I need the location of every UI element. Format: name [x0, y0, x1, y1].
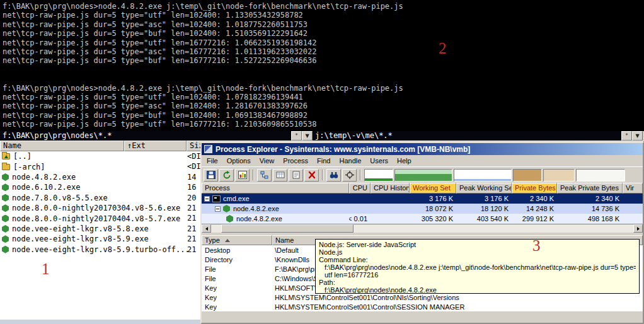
node-exe-icon	[2, 173, 9, 181]
process-explorer-icon	[204, 145, 212, 153]
network-history-graph[interactable]	[576, 169, 625, 182]
io-history-graph[interactable]	[454, 169, 512, 182]
menu-handle[interactable]: Handle	[335, 156, 365, 166]
file-name: node.4.8.2.exe	[12, 173, 76, 182]
properties-button[interactable]	[289, 169, 303, 182]
handle-type: Desktop	[202, 246, 272, 254]
col-header-process[interactable]: Process	[202, 183, 349, 194]
cpu-history-cell	[371, 204, 410, 214]
kill-x-icon	[308, 171, 316, 179]
tooltip-cmdline-label: Command Line:	[319, 256, 636, 263]
handle-type: Key	[202, 294, 272, 301]
col-header-private-bytes[interactable]: Private Bytes	[512, 183, 557, 194]
menu-process[interactable]: Process	[279, 156, 313, 166]
system-information-button[interactable]	[235, 169, 250, 182]
col-header-peak-private-bytes[interactable]: Peak Private Bytes	[557, 183, 623, 194]
path-bars: f:\BAK\prg\prg\nodes\*.* * ▼ j:\temp\-v\…	[0, 131, 644, 141]
left-panel-history-button[interactable]: ▼	[302, 131, 313, 141]
node-exe-icon	[2, 194, 9, 202]
col-header-type[interactable]: Type	[202, 235, 272, 245]
cpu-history-cell	[371, 194, 410, 204]
horizontal-scrollbar[interactable]	[202, 224, 643, 233]
handle-row[interactable]: KeyHKLM\SYSTEM\ControlSet001\Control\SES…	[202, 302, 643, 311]
col-header-virtual[interactable]: Vir	[623, 183, 643, 194]
menu-help[interactable]: Help	[393, 156, 416, 166]
process-row-node-child[interactable]: node.4.8.2.exe < 0.01 305 320 K 403 540 …	[202, 214, 643, 224]
title-bar[interactable]: Process Explorer - Sysinternals: www.sys…	[202, 143, 643, 155]
toolbar	[202, 166, 643, 183]
right-panel-path[interactable]: j:\temp\-v\me\*.*	[313, 131, 621, 141]
terminal-line: net\tcp-raw-pipe.js dur=5 type="buf" len…	[3, 29, 644, 38]
dll-view-icon	[276, 171, 285, 179]
scroll-left-button[interactable]	[202, 224, 211, 233]
cpu-value	[349, 204, 371, 214]
commit-history-graph[interactable]	[394, 169, 452, 182]
process-row-cmd[interactable]: cmd.exe 3 176 K 3 176 K 2 340 K 2 340 K	[202, 194, 643, 204]
col-header-cpu-history[interactable]: CPU History	[371, 183, 410, 194]
file-size: <DI	[187, 151, 201, 161]
process-row-node[interactable]: node.4.8.2.exe 18 072 K 18 120 K 14 248 …	[202, 204, 643, 214]
kill-process-button[interactable]	[304, 169, 319, 182]
node-exe-icon	[2, 183, 9, 191]
sort-ascending-icon	[225, 239, 230, 242]
memory-history-graph[interactable]	[543, 169, 575, 182]
tooltip-cmdline-1: f:\BAK\prg\prg\nodes\node.4.8.2.exe j:\t…	[319, 263, 636, 271]
screenshot-root: f:\BAK\prg\prg\nodes>node.4.8.2.exe j:\t…	[0, 0, 644, 324]
col-header-cpu[interactable]: CPU	[349, 183, 371, 194]
right-panel-favorites-button[interactable]: *	[621, 131, 632, 141]
terminal-line: net\tcp-raw-pipe.js dur=5 type="utf" len…	[3, 93, 644, 101]
col-header-working-set[interactable]: Working Set	[410, 183, 456, 194]
collapse-icon[interactable]	[215, 206, 221, 212]
left-panel-path[interactable]: f:\BAK\prg\prg\nodes\*.*	[0, 131, 291, 141]
handle-row[interactable]: KeyHKLM\SYSTEM\ControlSet001\Control\Nls…	[202, 292, 643, 302]
collapse-icon[interactable]	[204, 196, 210, 202]
annotation-3: 3	[532, 238, 541, 253]
terminal-line: net\tcp-raw-pipe.js dur=5 type="utf" len…	[3, 120, 644, 129]
column-header-name[interactable]: Name	[0, 141, 124, 151]
menu-options[interactable]: Options	[222, 156, 255, 166]
terminal-line: net\tcp-raw-pipe.js dur=5 type="buf" len…	[3, 56, 644, 65]
menu-find[interactable]: Find	[313, 156, 335, 166]
find-handle-button[interactable]	[326, 169, 341, 182]
cpu-usage-graph[interactable]	[364, 169, 393, 182]
terminal-line: net\tcp-raw-pipe.js dur=5 type="buf" len…	[3, 111, 644, 120]
process-tree-icon	[260, 171, 269, 179]
terminal-line: f:\BAK\prg\prg\nodes>node.4.8.2.exe j:\t…	[3, 84, 644, 93]
scrollbar-thumb[interactable]	[221, 224, 354, 233]
folder-icon	[2, 164, 10, 170]
scroll-right-button[interactable]	[633, 224, 643, 233]
tooltip-company: Node.js	[319, 248, 636, 256]
terminal-window[interactable]: f:\BAK\prg\prg\nodes>node.4.8.2.exe j:\t…	[0, 0, 644, 131]
node-exe-icon	[2, 225, 9, 233]
menu-file[interactable]: File	[202, 156, 222, 166]
file-size: 14	[187, 172, 196, 182]
right-panel-history-button[interactable]: ▼	[632, 131, 643, 141]
virtual-size-cell	[623, 204, 643, 214]
handle-type: Directory	[202, 256, 272, 263]
show-process-tree-button[interactable]	[257, 169, 272, 182]
file-manager-bottom-edge	[0, 320, 200, 324]
menu-view[interactable]: View	[255, 156, 279, 166]
file-size: 21	[187, 213, 196, 223]
peak-private-bytes-value: 14 736 K	[557, 204, 623, 214]
file-name: node.vee-eight-lkgr.v8-5.9.turbo-off...	[12, 245, 190, 254]
scrollbar-track[interactable]	[211, 224, 633, 233]
cpu-value	[349, 194, 371, 204]
left-panel-favorites-button[interactable]: *	[291, 131, 302, 141]
peak-private-bytes-value: 2 340 K	[557, 194, 623, 204]
col-header-peak-working-set[interactable]: Peak Working Set	[456, 183, 512, 194]
view-dlls-button[interactable]	[273, 169, 287, 182]
menu-users[interactable]: Users	[365, 156, 393, 166]
column-header-ext[interactable]: ↑Ext	[124, 141, 187, 151]
handle-type: Key	[202, 284, 272, 292]
save-button[interactable]	[204, 169, 218, 182]
process-explorer-window: Process Explorer - Sysinternals: www.sys…	[200, 142, 644, 324]
tooltip-path-label: Path:	[319, 279, 636, 286]
find-window-process-button[interactable]	[342, 169, 357, 182]
handle-type: File	[202, 275, 272, 282]
file-name: node.6.10.2.exe	[12, 183, 80, 192]
handle-name: HKLM\SYSTEM\ControlSet001\Control\SESSIO…	[272, 303, 643, 311]
file-size: 21	[187, 203, 196, 213]
refresh-button[interactable]	[219, 169, 234, 182]
gpu-history-graph[interactable]	[513, 169, 542, 182]
